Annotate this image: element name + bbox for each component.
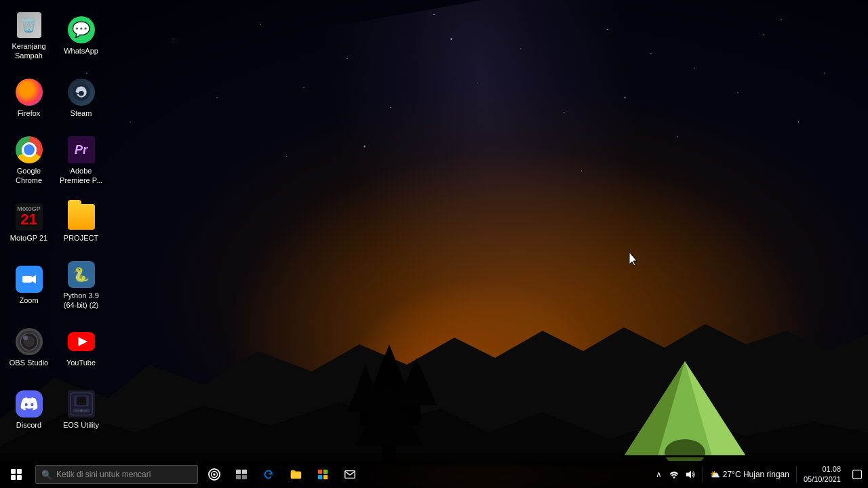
svg-rect-38 bbox=[236, 475, 241, 479]
icon-obs-studio[interactable]: OBS Studio bbox=[3, 319, 54, 376]
weather-text: 27°C Hujan ringan bbox=[723, 470, 789, 479]
icon-google-chrome[interactable]: GoogleChrome bbox=[3, 131, 54, 189]
taskbar-microsoft-store[interactable] bbox=[309, 461, 336, 488]
icon-whatsapp[interactable]: 💬 WhatsApp bbox=[56, 7, 106, 64]
icon-eos-utility[interactable]: EOS Utility bbox=[56, 381, 106, 439]
svg-rect-10 bbox=[360, 411, 369, 426]
adobe-premiere-label: AdobePremiere P... bbox=[60, 167, 102, 184]
clock-date: 05/10/2021 bbox=[804, 474, 841, 485]
eos-utility-label: EOS Utility bbox=[63, 421, 99, 430]
trees-silhouette bbox=[321, 344, 457, 466]
icon-adobe-premiere[interactable]: Pr AdobePremiere P... bbox=[56, 131, 106, 189]
svg-point-35 bbox=[213, 473, 216, 476]
svg-point-22 bbox=[23, 336, 28, 340]
svg-rect-40 bbox=[318, 470, 322, 474]
firefox-icon bbox=[16, 79, 43, 106]
weather-widget[interactable]: ⛅ 27°C Hujan ringan bbox=[705, 470, 795, 479]
python39-label: Python 3.9(64-bit) (2) bbox=[63, 291, 99, 309]
svg-marker-46 bbox=[686, 471, 691, 479]
motogp21-label: MotoGP 21 bbox=[10, 234, 47, 243]
icon-project[interactable]: PROJECT bbox=[56, 194, 106, 251]
taskbar-cortana[interactable] bbox=[201, 461, 228, 488]
desktop-icons: 🗑️ KeranjangSampah 💬 WhatsApp Firefox bbox=[3, 7, 106, 488]
desktop: 🗑️ KeranjangSampah 💬 WhatsApp Firefox bbox=[0, 0, 868, 488]
svg-rect-43 bbox=[323, 475, 328, 479]
taskbar: 🔍 bbox=[0, 461, 868, 488]
search-input[interactable] bbox=[56, 470, 192, 479]
obs-icon bbox=[16, 328, 43, 355]
discord-label: Discord bbox=[16, 421, 41, 430]
project-folder-icon bbox=[68, 204, 95, 230]
show-hidden-icons[interactable]: ∧ bbox=[653, 470, 665, 479]
tray-divider bbox=[703, 466, 703, 483]
svg-rect-36 bbox=[236, 470, 241, 474]
recycle-bin-label: KeranjangSampah bbox=[12, 42, 45, 60]
icon-zoom[interactable]: Zoom bbox=[3, 256, 54, 314]
svg-point-45 bbox=[673, 476, 675, 479]
recycle-bin-icon: 🗑️ bbox=[17, 12, 41, 38]
icon-python39[interactable]: 🐍 Python 3.9(64-bit) (2) bbox=[56, 256, 106, 314]
icon-motogp21[interactable]: MotoGP 21 MotoGP 21 bbox=[3, 194, 54, 251]
taskbar-file-explorer[interactable] bbox=[282, 461, 309, 488]
system-tray: ∧ bbox=[649, 468, 701, 481]
svg-rect-8 bbox=[411, 404, 420, 421]
svg-rect-39 bbox=[242, 475, 247, 479]
svg-rect-41 bbox=[323, 470, 328, 474]
tray-network-icon[interactable] bbox=[667, 468, 681, 481]
chrome-icon bbox=[16, 136, 43, 163]
steam-icon bbox=[68, 79, 95, 106]
zoom-icon bbox=[16, 266, 43, 293]
svg-point-16 bbox=[73, 83, 90, 100]
svg-rect-44 bbox=[345, 471, 355, 479]
icon-firefox[interactable]: Firefox bbox=[3, 69, 54, 127]
search-icon: 🔍 bbox=[41, 470, 52, 480]
python-icon: 🐍 bbox=[68, 261, 95, 288]
whatsapp-label: WhatsApp bbox=[64, 47, 98, 56]
icon-discord[interactable]: Discord bbox=[3, 381, 54, 439]
svg-rect-37 bbox=[242, 470, 247, 474]
svg-rect-27 bbox=[76, 396, 85, 405]
discord-icon bbox=[16, 390, 43, 418]
obs-studio-label: OBS Studio bbox=[9, 359, 48, 367]
youtube-icon bbox=[68, 332, 95, 351]
clock-time: 01.08 bbox=[822, 464, 841, 474]
eos-utility-icon bbox=[68, 390, 95, 418]
weather-divider bbox=[796, 466, 797, 483]
clock[interactable]: 01.08 05/10/2021 bbox=[798, 461, 846, 488]
notification-center-button[interactable] bbox=[846, 461, 868, 488]
firefox-label: Firefox bbox=[18, 109, 41, 118]
windows-logo-icon bbox=[11, 469, 22, 480]
svg-rect-17 bbox=[22, 276, 32, 283]
icon-recycle-bin[interactable]: 🗑️ KeranjangSampah bbox=[3, 7, 54, 64]
taskbar-task-view[interactable] bbox=[228, 461, 255, 488]
icon-youtube[interactable]: YouTube bbox=[56, 319, 106, 376]
svg-rect-31 bbox=[83, 410, 87, 411]
svg-rect-30 bbox=[75, 410, 79, 411]
youtube-label: YouTube bbox=[66, 359, 96, 367]
premiere-icon: Pr bbox=[68, 136, 95, 163]
tent bbox=[617, 358, 753, 466]
steam-label: Steam bbox=[71, 109, 92, 118]
svg-rect-47 bbox=[853, 470, 862, 479]
zoom-label: Zoom bbox=[19, 296, 38, 305]
weather-icon: ⛅ bbox=[710, 470, 720, 479]
svg-marker-18 bbox=[32, 275, 36, 283]
taskbar-right: ∧ ⛅ bbox=[649, 461, 868, 488]
taskbar-search[interactable]: 🔍 bbox=[35, 465, 198, 484]
icon-steam[interactable]: Steam bbox=[56, 69, 106, 127]
whatsapp-icon: 💬 bbox=[68, 16, 95, 43]
motogp-icon: MotoGP 21 bbox=[16, 203, 43, 230]
google-chrome-label: GoogleChrome bbox=[16, 167, 42, 184]
project-label: PROJECT bbox=[64, 234, 98, 243]
svg-rect-42 bbox=[318, 475, 322, 479]
taskbar-edge[interactable] bbox=[255, 461, 282, 488]
start-button[interactable] bbox=[0, 461, 33, 488]
tray-volume-icon[interactable] bbox=[684, 468, 697, 481]
taskbar-mail[interactable] bbox=[336, 461, 363, 488]
svg-point-29 bbox=[80, 409, 83, 412]
